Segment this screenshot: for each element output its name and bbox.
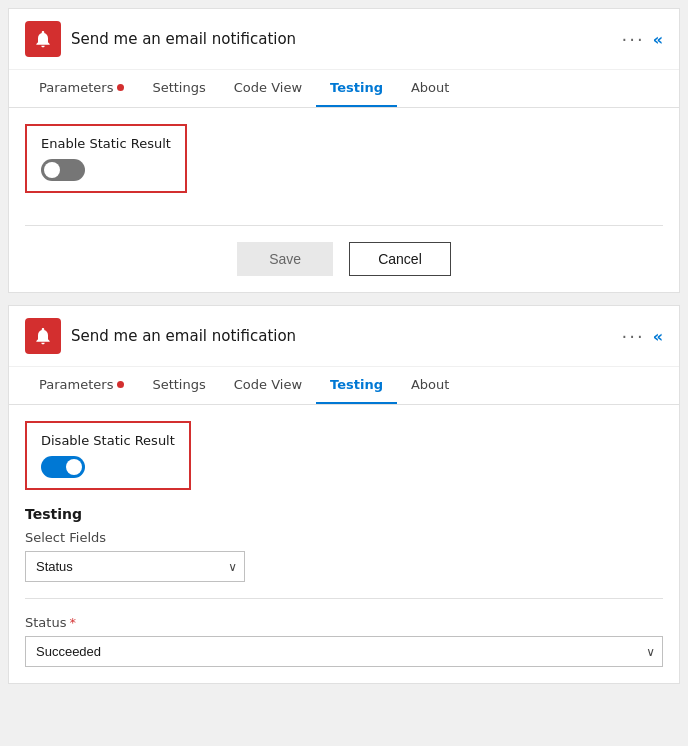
status-wrapper: Succeeded Failed TimedOut Skipped ∨ — [25, 636, 663, 667]
more-options-icon[interactable]: ··· — [621, 29, 644, 50]
status-label: Status * — [25, 615, 663, 630]
tab-parameters-1[interactable]: Parameters — [25, 70, 138, 107]
more-options-icon-2[interactable]: ··· — [621, 326, 644, 347]
cancel-button-1[interactable]: Cancel — [349, 242, 451, 276]
card-1-body: Enable Static Result Save Cancel — [9, 108, 679, 292]
card-2-header-right: ··· « — [621, 326, 663, 347]
tab-about-1[interactable]: About — [397, 70, 463, 107]
tab-testing-2[interactable]: Testing — [316, 367, 397, 404]
enable-static-result-label: Enable Static Result — [41, 136, 171, 151]
card-2-body: Disable Static Result Testing Select Fie… — [9, 405, 679, 683]
collapse-icon[interactable]: « — [653, 30, 663, 49]
card-1-tabs: Parameters Settings Code View Testing Ab… — [9, 70, 679, 108]
disable-static-result-label: Disable Static Result — [41, 433, 175, 448]
card-1-button-row: Save Cancel — [25, 242, 663, 276]
required-star: * — [69, 615, 76, 630]
divider-1 — [25, 225, 663, 226]
select-fields-wrapper: Status ∨ — [25, 551, 245, 582]
card-1-header-left: Send me an email notification — [25, 21, 296, 57]
enable-static-result-box: Enable Static Result — [25, 124, 187, 193]
toggle-thumb-1 — [44, 162, 60, 178]
tab-settings-2[interactable]: Settings — [138, 367, 219, 404]
bell-icon — [25, 21, 61, 57]
toggle-thumb-2 — [66, 459, 82, 475]
disable-static-result-toggle[interactable] — [41, 456, 85, 478]
section-divider-2 — [25, 598, 663, 599]
tab-settings-1[interactable]: Settings — [138, 70, 219, 107]
card-2-header-left: Send me an email notification — [25, 318, 296, 354]
card-2-title: Send me an email notification — [71, 327, 296, 345]
save-button-1[interactable]: Save — [237, 242, 333, 276]
tab-about-2[interactable]: About — [397, 367, 463, 404]
select-fields-label: Select Fields — [25, 530, 663, 545]
card-1-header-right: ··· « — [621, 29, 663, 50]
disable-static-result-box: Disable Static Result — [25, 421, 191, 490]
testing-section-title: Testing — [25, 506, 663, 522]
card-1: Send me an email notification ··· « Para… — [8, 8, 680, 293]
card-2-tabs: Parameters Settings Code View Testing Ab… — [9, 367, 679, 405]
card-2: Send me an email notification ··· « Para… — [8, 305, 680, 684]
card-1-title: Send me an email notification — [71, 30, 296, 48]
enable-static-result-toggle[interactable] — [41, 159, 85, 181]
select-fields-dropdown[interactable]: Status — [25, 551, 245, 582]
status-dropdown[interactable]: Succeeded Failed TimedOut Skipped — [25, 636, 663, 667]
card-2-header: Send me an email notification ··· « — [9, 306, 679, 367]
card-1-header: Send me an email notification ··· « — [9, 9, 679, 70]
tab-code-view-2[interactable]: Code View — [220, 367, 316, 404]
bell-icon-2 — [25, 318, 61, 354]
tab-testing-1[interactable]: Testing — [316, 70, 397, 107]
tab-parameters-2[interactable]: Parameters — [25, 367, 138, 404]
collapse-icon-2[interactable]: « — [653, 327, 663, 346]
tab-code-view-1[interactable]: Code View — [220, 70, 316, 107]
